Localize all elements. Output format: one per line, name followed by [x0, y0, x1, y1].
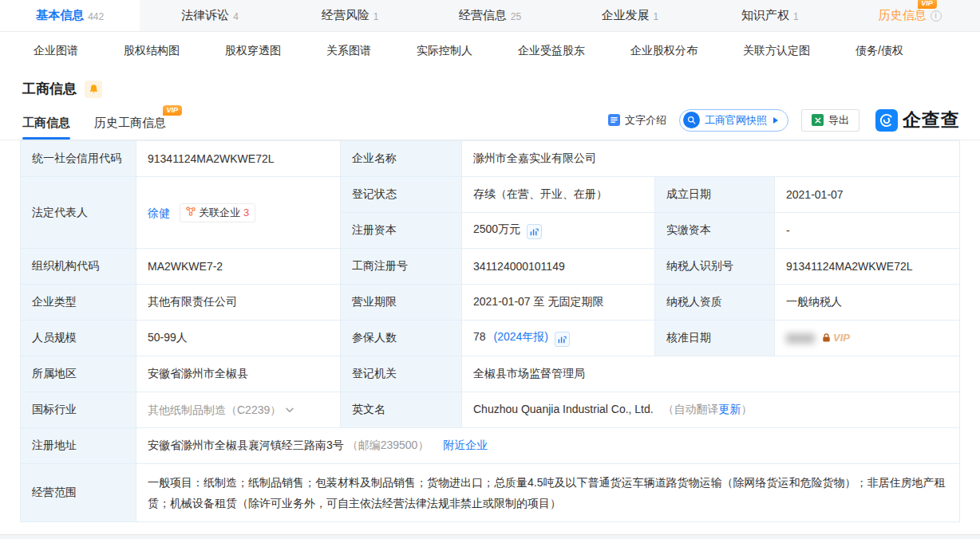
subtab-label: 工商信息	[22, 116, 70, 129]
page-title: 工商信息	[22, 80, 77, 98]
blurred-value	[786, 333, 815, 344]
tab-count: 4	[233, 11, 239, 22]
brand-name: 企查查	[903, 108, 960, 132]
tab-label: 法律诉讼	[181, 8, 229, 23]
field-label: 纳税人识别号	[655, 249, 775, 285]
subtab-history-business-info[interactable]: VIP 历史工商信息	[94, 116, 166, 140]
nav-relationship-graph[interactable]: 关系图谱	[326, 44, 371, 58]
subtab-business-info[interactable]: 工商信息	[22, 116, 70, 140]
table-row: 经营范围 一般项目：纸制造；纸制品销售；包装材料及制品销售；货物进出口；总质量4…	[21, 464, 960, 522]
vip-locked-label: VIP	[833, 332, 850, 344]
info-icon: i	[931, 10, 942, 22]
field-value: 全椒县市场监督管理局	[462, 356, 960, 392]
graph-nav: 企业图谱 股权结构图 股权穿透图 关系图谱 实际控制人 企业受益股东 企业股权分…	[0, 32, 980, 70]
official-snapshot-button[interactable]: 工商官网快照	[679, 109, 788, 132]
field-label: 营业期限	[341, 285, 462, 321]
qichacha-logo: 企查查	[875, 108, 960, 132]
vip-badge: VIP	[918, 0, 937, 9]
tab-count: 1	[373, 11, 379, 22]
field-value-locked[interactable]: VIP	[775, 321, 960, 356]
field-label: 经营范围	[21, 464, 136, 522]
field-label: 登记状态	[341, 177, 462, 213]
field-label: 参保人数	[341, 321, 462, 356]
nearby-companies-link[interactable]: 附近企业	[443, 439, 488, 451]
field-label: 注册资本	[341, 213, 462, 249]
table-row: 组织机构代码 MA2WKWE7-2 工商注册号 341124000101149 …	[21, 249, 960, 285]
subtab-label: 历史工商信息	[94, 116, 166, 129]
field-value: 2021-01-07 至 无固定期限	[462, 285, 655, 321]
field-label: 所属地区	[21, 356, 136, 392]
field-label: 英文名	[341, 392, 462, 428]
translate-update-link[interactable]: 更新	[719, 403, 741, 415]
field-value: 2021-01-07	[775, 177, 960, 213]
tab-history-info[interactable]: VIP 历史信息 i	[840, 0, 980, 31]
tab-operation-risk[interactable]: 经营风险 1	[280, 0, 420, 31]
tab-count: 442	[88, 11, 104, 22]
field-value: 91341124MA2WKWE72L	[775, 249, 960, 285]
field-label: 企业类型	[21, 285, 136, 321]
text-intro-button[interactable]: 文字介绍	[608, 113, 666, 128]
snapshot-magnifier-icon	[683, 112, 700, 128]
business-info-table: 统一社会信用代码 91341124MA2WKWE72L 企业名称 滁州市全嘉实业…	[20, 140, 960, 522]
section-divider	[0, 534, 980, 539]
legal-rep-link[interactable]: 徐健	[148, 206, 170, 218]
table-row: 法定代表人 徐健 关联企业 3 登记状态 存续（在营、开业、在册） 成立日期 2…	[21, 177, 960, 213]
field-label: 企业名称	[341, 141, 462, 177]
field-value: 安徽省滁州市全椒县襄河镇经三路南3号 （邮编239500） 附近企业	[136, 428, 960, 464]
insured-trend-chart-icon[interactable]	[555, 332, 570, 347]
tab-operation-info[interactable]: 经营信息 25	[420, 0, 559, 31]
field-label: 注册地址	[21, 428, 136, 464]
field-value: 341124000101149	[462, 249, 655, 285]
tab-intellectual-property[interactable]: 知识产权 1	[700, 0, 840, 31]
field-label: 实缴资本	[655, 213, 775, 249]
field-value: 滁州市全嘉实业有限公司	[462, 141, 960, 177]
main-tab-bar: 基本信息 442 法律诉讼 4 经营风险 1 经营信息 25 企业发展 1 知识…	[0, 0, 980, 32]
nav-equity-distribution[interactable]: 企业股权分布	[630, 44, 697, 58]
field-label: 登记机关	[341, 356, 462, 392]
related-companies-icon	[186, 207, 196, 218]
field-label: 工商注册号	[341, 249, 462, 285]
export-button[interactable]: 导出	[801, 109, 859, 132]
qichacha-logo-icon	[875, 109, 898, 132]
nav-equity-penetration[interactable]: 股权穿透图	[225, 44, 281, 58]
field-label: 成立日期	[655, 177, 775, 213]
lock-icon	[821, 332, 832, 345]
field-value: 其他纸制品制造（C2239）	[136, 392, 341, 428]
table-row: 国标行业 其他纸制品制造（C2239） 英文名 Chuzhou Quanjia …	[21, 392, 960, 428]
related-companies-badge[interactable]: 关联企业 3	[180, 203, 255, 222]
nav-company-graph[interactable]: 企业图谱	[34, 44, 78, 58]
excel-icon	[812, 114, 824, 126]
capital-trend-chart-icon[interactable]	[527, 224, 542, 239]
tab-company-development[interactable]: 企业发展 1	[560, 0, 700, 31]
nav-related-party-graph[interactable]: 关联方认定图	[743, 44, 810, 58]
field-label: 核准日期	[655, 321, 775, 356]
table-row: 注册地址 安徽省滁州市全椒县襄河镇经三路南3号 （邮编239500） 附近企业	[21, 428, 960, 464]
nav-debt-credit[interactable]: 债务/债权	[856, 44, 903, 58]
tab-count: 25	[511, 11, 521, 22]
arrow-right-icon	[773, 117, 778, 124]
field-label: 组织机构代码	[21, 249, 136, 285]
nav-actual-controller[interactable]: 实际控制人	[417, 44, 472, 58]
field-label: 国标行业	[21, 392, 136, 428]
table-row: 企业类型 其他有限责任公司 营业期限 2021-01-07 至 无固定期限 纳税…	[21, 285, 960, 321]
tab-label: 经营信息	[459, 8, 507, 23]
field-value: 一般纳税人	[775, 285, 960, 321]
table-row: 人员规模 50-99人 参保人数 78 (2024年报) 核准日期 VIP	[21, 321, 960, 356]
field-value: 2500万元	[462, 213, 655, 249]
tab-label: 企业发展	[602, 8, 650, 23]
bell-icon[interactable]	[85, 81, 102, 98]
nav-beneficial-shareholder[interactable]: 企业受益股东	[518, 44, 585, 58]
field-value: 50-99人	[136, 321, 341, 356]
tab-label: 历史信息	[879, 8, 927, 23]
tab-legal-litigation[interactable]: 法律诉讼 4	[140, 0, 279, 31]
field-value: -	[775, 213, 960, 249]
tab-count: 1	[654, 11, 659, 22]
tab-basic-info[interactable]: 基本信息 442	[0, 0, 140, 31]
annual-report-link[interactable]: (2024年报)	[493, 330, 547, 343]
field-value: 安徽省滁州市全椒县	[136, 356, 341, 392]
nav-equity-structure[interactable]: 股权结构图	[124, 44, 180, 58]
field-value: 一般项目：纸制造；纸制品销售；包装材料及制品销售；货物进出口；总质量4.5吨及以…	[136, 464, 960, 522]
chevron-down-icon[interactable]	[286, 403, 294, 415]
field-value: 存续（在营、开业、在册）	[462, 177, 655, 213]
table-row: 统一社会信用代码 91341124MA2WKWE72L 企业名称 滁州市全嘉实业…	[21, 141, 960, 177]
